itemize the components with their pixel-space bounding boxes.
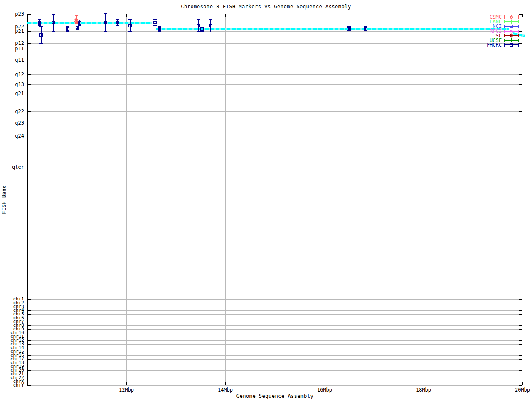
- y-gridline: [28, 167, 522, 167]
- csmc-errorbar-cap: [75, 15, 78, 16]
- legend-sample-cap: [504, 43, 505, 47]
- legend-sample-cap: [518, 20, 519, 23]
- fhcrc-marker-square-icon: [116, 21, 119, 24]
- fhcrc-errorbar-cap: [158, 26, 161, 27]
- fhcrc-errorbar-cap: [348, 30, 351, 31]
- y-gridline: [28, 310, 522, 311]
- legend-label-fhcrc: FHCRC: [477, 42, 502, 48]
- tick-mark: [519, 378, 522, 378]
- tick-mark: [28, 310, 31, 311]
- tick-mark: [28, 382, 31, 382]
- tick-mark: [519, 49, 522, 49]
- tick-mark: [28, 355, 31, 356]
- y-gridline: [28, 314, 522, 315]
- fhcrc-marker-square-icon: [39, 33, 43, 37]
- tick-mark: [519, 74, 522, 75]
- y-gridline: [28, 60, 522, 60]
- tick-mark: [519, 318, 522, 318]
- fhcrc-errorbar-cap: [209, 32, 212, 32]
- tick-mark: [126, 382, 127, 385]
- y-gridline: [28, 322, 522, 322]
- tick-mark: [28, 314, 31, 315]
- tick-mark: [519, 307, 522, 307]
- tick-mark: [519, 370, 522, 371]
- y-gridline: [28, 94, 522, 94]
- legend-marker-square-icon: [510, 25, 513, 28]
- tick-mark: [28, 359, 31, 360]
- tick-mark: [519, 385, 522, 386]
- fhcrc-marker-square-icon: [38, 21, 41, 25]
- fhcrc-marker-square-icon: [66, 27, 69, 31]
- tick-mark: [28, 43, 31, 44]
- fhcrc-errorbar-cap: [39, 26, 43, 27]
- tick-mark: [519, 359, 522, 360]
- fhcrc-errorbar-cap: [209, 19, 212, 20]
- tick-mark: [28, 378, 31, 378]
- tick-mark: [519, 136, 522, 136]
- y-gridline: [28, 337, 522, 337]
- legend-sample-cap: [504, 25, 505, 28]
- fhcrc-marker-square-icon: [104, 21, 107, 24]
- y-gridline: [28, 123, 522, 123]
- fhcrc-errorbar-cap: [52, 31, 55, 32]
- tick-label-y: q11: [0, 57, 24, 63]
- legend-sample-cap: [504, 34, 505, 37]
- tick-mark: [28, 60, 31, 60]
- y-gridline: [28, 325, 522, 326]
- tick-mark: [519, 329, 522, 330]
- y-gridline: [28, 385, 522, 386]
- tick-mark: [28, 307, 31, 307]
- tick-mark: [28, 363, 31, 363]
- x-axis-title: Genome Sequence Assembly: [27, 393, 522, 399]
- tick-mark: [522, 14, 523, 17]
- tick-label-x: 16Mbp: [312, 387, 337, 393]
- tick-label-x: 20Mbp: [510, 387, 532, 393]
- y-gridline: [28, 111, 522, 112]
- tick-mark: [28, 123, 31, 123]
- x-gridline: [225, 14, 226, 385]
- tick-label-y: q24: [0, 133, 24, 139]
- tick-mark: [28, 111, 31, 112]
- fhcrc-errorbar-cap: [52, 14, 55, 15]
- tick-label-y: chrY: [0, 383, 24, 387]
- fhcrc-errorbar-cap: [38, 19, 41, 20]
- tick-mark: [519, 333, 522, 333]
- tick-mark: [28, 344, 31, 345]
- tick-label-y: q21: [0, 91, 24, 96]
- tick-mark: [28, 322, 31, 322]
- tick-label-x: 14Mbp: [213, 387, 238, 393]
- tick-mark: [28, 84, 31, 85]
- fhcrc-errorbar-cap: [39, 43, 43, 44]
- legend-marker-plus-icon: [511, 20, 512, 24]
- tick-mark: [519, 310, 522, 311]
- tick-mark: [519, 363, 522, 363]
- fhcrc-errorbar-cap: [116, 19, 119, 20]
- tick-mark: [325, 14, 325, 17]
- fhcrc-marker-square-icon: [348, 27, 351, 30]
- fhcrc-marker-square-icon: [200, 27, 204, 31]
- fhcrc-marker-square-icon: [78, 21, 81, 25]
- tick-mark: [519, 123, 522, 123]
- fhcrc-errorbar-cap: [153, 25, 157, 26]
- legend-sample-cap: [518, 43, 519, 47]
- y-gridline: [28, 382, 522, 382]
- tick-mark: [225, 382, 226, 385]
- legend-sample-cap: [504, 39, 505, 42]
- tick-mark: [225, 14, 226, 17]
- tick-mark: [519, 355, 522, 356]
- tick-mark: [28, 299, 31, 300]
- x-gridline: [424, 14, 424, 385]
- tick-label-y: q23: [0, 121, 24, 126]
- tick-mark: [519, 374, 522, 374]
- tick-mark: [28, 14, 31, 15]
- tick-mark: [28, 27, 31, 27]
- tick-mark: [28, 374, 31, 374]
- fhcrc-marker-square-icon: [52, 21, 55, 24]
- tick-mark: [519, 111, 522, 112]
- fhcrc-errorbar-cap: [116, 25, 119, 26]
- fhcrc-marker-square-icon: [76, 26, 79, 29]
- fhcrc-marker-square-icon: [209, 24, 212, 27]
- fhcrc-marker-square-icon: [153, 21, 157, 24]
- x-gridline: [126, 14, 127, 385]
- tick-mark: [28, 352, 31, 352]
